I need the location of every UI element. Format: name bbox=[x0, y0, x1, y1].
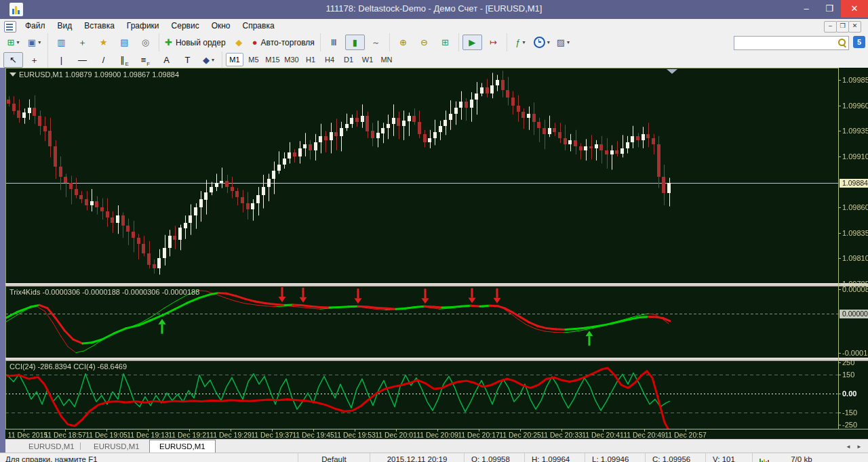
chart-shift-button[interactable]: ↦ bbox=[484, 35, 503, 50]
cursor-button[interactable]: ↖ bbox=[3, 52, 23, 68]
menu-Справка[interactable]: Справка bbox=[237, 19, 281, 33]
timeframe-MN[interactable]: MN bbox=[378, 53, 395, 66]
text-button[interactable]: A bbox=[157, 52, 176, 68]
cci-header: CCI(24) -286.8394 CCI(4) -68.6469 bbox=[9, 362, 127, 371]
auto-scroll-button[interactable]: ▶ bbox=[462, 35, 482, 50]
window-title: 111178: Deltastock-Demo - Демо Счет - [E… bbox=[0, 3, 868, 14]
line-chart-button[interactable]: ～ bbox=[366, 35, 386, 50]
tab-scroll-left-icon[interactable]: ◄ bbox=[844, 443, 853, 450]
status-high: H: 1.09964 bbox=[524, 453, 585, 462]
favorites-icon: ★ bbox=[100, 38, 108, 47]
timeframe-H1[interactable]: H1 bbox=[302, 53, 319, 66]
mdi-close-button[interactable]: ✕ bbox=[848, 21, 861, 33]
line-chart-icon: ～ bbox=[372, 38, 380, 47]
toolbar-group: Ⅲ▮～ bbox=[320, 33, 389, 51]
minimize-button[interactable]: – bbox=[795, 0, 818, 18]
profiles-button[interactable]: ▣▾ bbox=[24, 35, 44, 50]
close-button[interactable]: ✕ bbox=[841, 0, 868, 18]
periods-button[interactable]: ▾ bbox=[532, 35, 552, 50]
ticks-histogram-icon bbox=[760, 457, 770, 462]
metaeditor-icon: ◆ bbox=[235, 38, 242, 47]
search-input[interactable] bbox=[736, 37, 833, 49]
navigator-crosshair-button[interactable]: ＋ bbox=[73, 35, 92, 50]
timeframe-D1[interactable]: D1 bbox=[340, 53, 357, 66]
navigator-crosshair-icon: ＋ bbox=[78, 38, 87, 47]
timeframe-group: M1M5M15M30H1H4D1W1MN bbox=[222, 51, 399, 68]
bar-chart-button[interactable]: Ⅲ bbox=[324, 35, 344, 50]
timeframe-M5[interactable]: M5 bbox=[245, 53, 262, 66]
chart-tab-0[interactable]: EURUSD,M1 bbox=[19, 440, 84, 453]
candlestick-chart-button[interactable]: ▮ bbox=[345, 35, 365, 50]
chart-tab-2[interactable]: EURUSD,M1 bbox=[149, 440, 216, 454]
menu-Вид[interactable]: Вид bbox=[52, 19, 79, 33]
pane-splitter[interactable] bbox=[5, 358, 868, 361]
trix-indicator-canvas[interactable] bbox=[5, 286, 838, 358]
zoom-in-button[interactable]: ⊕ bbox=[393, 35, 413, 50]
crosshair-button[interactable]: ＋ bbox=[24, 52, 44, 68]
toolbar-group: ⊕⊖⊞ bbox=[389, 33, 458, 51]
arrows-tool-button[interactable]: ◆▾ bbox=[199, 52, 218, 68]
menu-Окно[interactable]: Окно bbox=[205, 19, 237, 33]
price-axis-label: 1.09960 bbox=[842, 102, 868, 110]
new-order-icon: ✚ bbox=[165, 38, 172, 47]
tab-scroll-right-icon[interactable]: ► bbox=[854, 443, 864, 450]
zoom-out-icon: ⊖ bbox=[420, 38, 428, 47]
market-watch-button[interactable]: ▥ bbox=[52, 35, 71, 50]
mdi-restore-button[interactable]: ❒ bbox=[836, 21, 849, 33]
vertical-line-button[interactable]: | bbox=[52, 52, 71, 68]
dropdown-arrow-icon: ▾ bbox=[212, 57, 214, 63]
autotrading-button[interactable]: ●Авто-торговля bbox=[250, 35, 317, 50]
new-order-button[interactable]: ✚Новый ордер bbox=[163, 35, 228, 50]
tile-windows-button[interactable]: ⊞ bbox=[435, 35, 455, 50]
status-traffic-text: 7/0 kb bbox=[791, 455, 812, 462]
main-chart-canvas[interactable] bbox=[5, 68, 838, 284]
status-volume: V: 101 bbox=[705, 453, 752, 462]
timeframe-M15[interactable]: M15 bbox=[264, 53, 281, 66]
time-axis[interactable]: 11 Dec 201511 Dec 18:5711 Dec 19:0511 De… bbox=[5, 429, 868, 439]
timeframe-W1[interactable]: W1 bbox=[359, 53, 376, 66]
trendline-button[interactable]: / bbox=[94, 52, 113, 68]
price-axis-label: 1.09860 bbox=[842, 203, 868, 211]
menu-Файл[interactable]: Файл bbox=[19, 19, 52, 33]
cci-indicator-canvas[interactable] bbox=[5, 360, 838, 429]
trendline-icon: / bbox=[102, 56, 105, 64]
metaeditor-button[interactable]: ◆ bbox=[229, 35, 249, 50]
trix-current-tag: 0.00000 bbox=[840, 310, 868, 318]
trix-axis-label: 0.00008 bbox=[842, 285, 868, 293]
chart-doc-icon bbox=[4, 21, 16, 33]
menu-Графики[interactable]: Графики bbox=[121, 19, 165, 33]
dropdown-arrow-icon: ▾ bbox=[567, 39, 570, 45]
search-icon[interactable] bbox=[837, 38, 846, 47]
menu-Вставка[interactable]: Вставка bbox=[78, 19, 121, 33]
price-axis[interactable]: 1.099851.099601.099351.099101.098601.098… bbox=[838, 68, 868, 429]
fibonacci-button[interactable]: ≡F bbox=[136, 52, 155, 68]
time-axis-label: 11 Dec 20:57 bbox=[660, 431, 711, 439]
symbol-dropdown-icon[interactable] bbox=[9, 72, 16, 77]
search-box[interactable] bbox=[734, 36, 849, 50]
autotrading-icon: ● bbox=[252, 38, 258, 47]
status-profile[interactable]: Default bbox=[298, 453, 370, 462]
favorites-button[interactable]: ★ bbox=[94, 35, 113, 50]
community-badge-icon[interactable]: 5 bbox=[853, 36, 865, 48]
autotrading-button-label: Авто-торговля bbox=[261, 38, 315, 47]
strategy-tester-button[interactable]: ◎ bbox=[136, 35, 155, 50]
pane-splitter[interactable] bbox=[5, 283, 868, 287]
mt4-window: 111178: Deltastock-Demo - Демо Счет - [E… bbox=[0, 0, 868, 462]
timeframe-M30[interactable]: M30 bbox=[283, 53, 300, 66]
text-label-button[interactable]: T bbox=[178, 52, 197, 68]
maximize-button[interactable]: ❒ bbox=[818, 0, 841, 18]
menu-Сервис[interactable]: Сервис bbox=[165, 19, 205, 33]
timeframe-H4[interactable]: H4 bbox=[321, 53, 338, 66]
zoom-out-button[interactable]: ⊖ bbox=[414, 35, 434, 50]
mdi-minimize-button[interactable]: – bbox=[824, 21, 837, 33]
data-window-button[interactable]: ▤ bbox=[115, 35, 134, 50]
new-chart-button[interactable]: ⊞▾ bbox=[3, 35, 23, 50]
indicators-button[interactable]: ƒ▾ bbox=[511, 35, 530, 50]
title-bar[interactable]: 111178: Deltastock-Demo - Демо Счет - [E… bbox=[0, 0, 868, 19]
timeframe-M1[interactable]: M1 bbox=[226, 53, 243, 66]
horizontal-line-button[interactable]: — bbox=[73, 52, 92, 68]
templates-button[interactable]: ▨▾ bbox=[553, 35, 573, 50]
channel-button[interactable]: ∥E bbox=[115, 52, 134, 68]
chart-tab-1[interactable]: EURUSD,M1 bbox=[84, 440, 149, 453]
price-axis-label: 1.09810 bbox=[842, 254, 868, 262]
